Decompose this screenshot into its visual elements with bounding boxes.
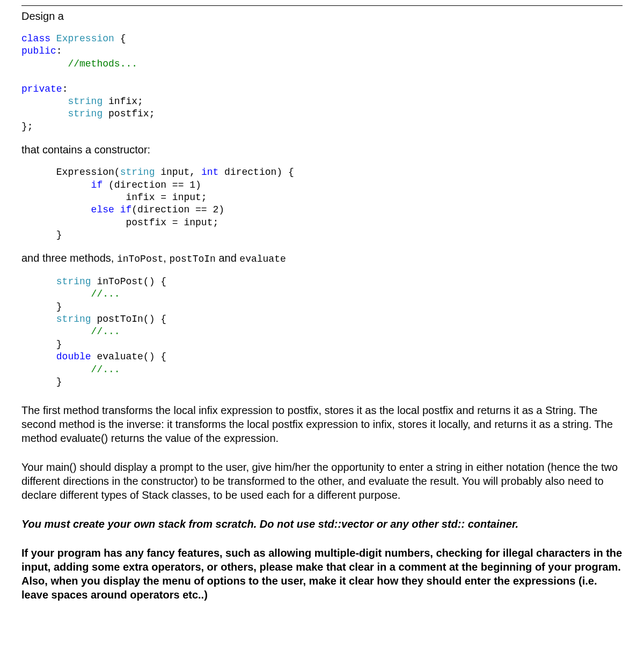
comment: //... xyxy=(21,289,120,299)
ctor-name: Expression( xyxy=(21,167,120,178)
cond-2: (direction == 2) xyxy=(131,204,224,215)
fn-intopost: inToPost() { xyxy=(91,276,166,287)
kw-elseif: else if xyxy=(21,204,131,215)
close-brace: }; xyxy=(21,121,33,132)
constructor-text: that contains a constructor: xyxy=(21,143,623,157)
paragraph-1: The first method transforms the local in… xyxy=(21,403,623,445)
ret-double: double xyxy=(21,351,91,362)
close-brace: } xyxy=(21,339,62,350)
kw-private: private xyxy=(21,84,62,94)
param-direction: direction) { xyxy=(218,167,294,178)
code-block-3: string inToPost() { //... } string postT… xyxy=(21,276,623,389)
type-string: string xyxy=(120,167,155,178)
paragraph-4-notes: If your program has any fancy features, … xyxy=(21,546,623,602)
colon: : xyxy=(62,84,68,94)
comment: //... xyxy=(21,364,120,375)
intro-text: Design a xyxy=(21,9,623,23)
paragraph-2: Your main() should display a prompt to t… xyxy=(21,460,623,502)
and: and xyxy=(216,252,239,264)
assign-postfix: postfix = input; xyxy=(21,217,218,228)
paragraph-3-warning: You must create your own stack from scra… xyxy=(21,517,623,531)
methods-prefix: and three methods, xyxy=(21,252,117,264)
method-evaluate: evaluate xyxy=(239,254,286,264)
close-brace: } xyxy=(21,301,62,312)
kw-if: if xyxy=(21,180,103,190)
brace: { xyxy=(120,33,126,44)
fn-evaluate: evaluate() { xyxy=(91,351,166,362)
cond-1: (direction == 1) xyxy=(103,180,201,190)
class-name: Expression xyxy=(56,33,114,44)
comma: , xyxy=(163,252,169,264)
var-infix: infix; xyxy=(103,96,143,107)
code-block-2: Expression(string input, int direction) … xyxy=(21,166,623,241)
ret-string: string xyxy=(21,314,91,324)
kw-public: public xyxy=(21,46,56,56)
top-border xyxy=(21,5,623,6)
method-intopost: inToPost xyxy=(117,254,163,264)
comment-methods: //methods... xyxy=(21,58,137,69)
type-string: string xyxy=(21,108,103,119)
code-block-1: class Expression { public: //methods... … xyxy=(21,33,623,133)
methods-text: and three methods, inToPost, postToIn an… xyxy=(21,251,623,265)
fn-posttoin: postToIn() { xyxy=(91,314,166,324)
ret-string: string xyxy=(21,276,91,287)
type-string: string xyxy=(21,96,103,107)
close-brace: } xyxy=(21,230,62,240)
comment: //... xyxy=(21,326,120,337)
close-brace: } xyxy=(21,376,62,387)
var-postfix: postfix; xyxy=(103,108,155,119)
param-input: input, xyxy=(155,167,201,178)
colon: : xyxy=(56,46,62,56)
method-posttoin: postToIn xyxy=(169,254,215,264)
assign-infix: infix = input; xyxy=(21,192,207,203)
kw-int: int xyxy=(201,167,218,178)
kw-class: class xyxy=(21,33,50,44)
